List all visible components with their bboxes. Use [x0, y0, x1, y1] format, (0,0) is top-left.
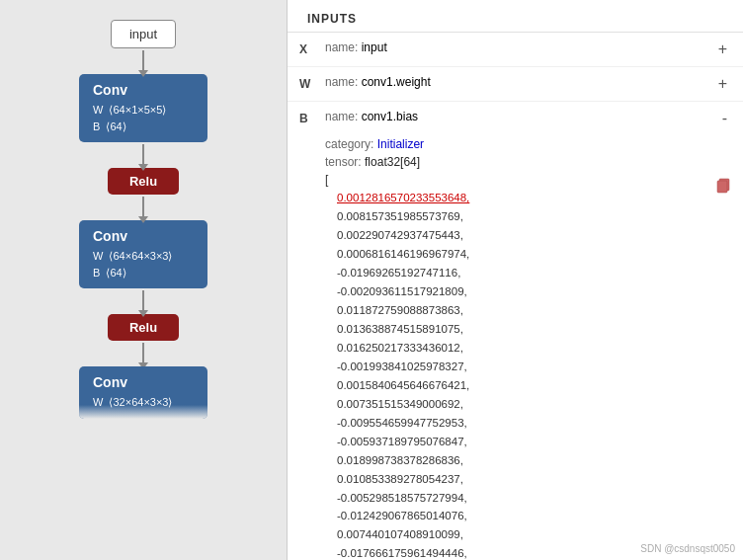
tensor-val-12: -0.009554659947752953,: [337, 417, 467, 429]
b-details: category: Initializer tensor: float32[64…: [299, 135, 731, 560]
conv3-title: Conv: [93, 374, 194, 390]
name-value-w: conv1.weight: [362, 75, 431, 89]
expand-w[interactable]: +: [714, 75, 731, 93]
tensor-key: tensor:: [325, 155, 365, 169]
tensor-val-3: 0.0006816146196967974,: [337, 248, 469, 260]
name-value-x: input: [362, 40, 387, 54]
tensor-val-18: 0.007440107408910099,: [337, 528, 463, 540]
inputs-list: X name: input + W name: conv1.weight +: [288, 33, 743, 560]
row-label-b: B: [299, 110, 317, 125]
input-row-w[interactable]: W name: conv1.weight +: [288, 67, 743, 102]
conv2-param-w: W ⟨64×64×3×3⟩: [93, 248, 194, 265]
tensor-val-17: -0.012429067865014076,: [337, 510, 467, 521]
input-row-x[interactable]: X name: input +: [288, 33, 743, 67]
node-list: input Conv W ⟨64×1×5×5⟩ B ⟨64⟩ Relu Conv…: [79, 20, 207, 419]
tensor-val-15: 0.010853389278054237,: [337, 473, 463, 485]
expand-b[interactable]: -: [718, 110, 731, 127]
tensor-values-container: 0.0012816570233553648, 0.008157351985573…: [325, 189, 731, 560]
input-node[interactable]: input: [111, 20, 176, 48]
row-label-w: W: [299, 75, 317, 91]
conv1-param-b: B ⟨64⟩: [93, 119, 194, 135]
conv2-title: Conv: [93, 228, 194, 244]
tensor-value: float32[64]: [365, 155, 420, 169]
tensor-val-16: -0.005298518575727994,: [337, 492, 467, 504]
row-title-b: name: conv1.bias: [325, 110, 710, 123]
svg-rect-1: [717, 181, 727, 193]
conv3-node[interactable]: Conv W ⟨32×64×3×3⟩: [79, 366, 207, 419]
watermark: SDN @csdnsqst0050: [640, 543, 735, 554]
input-label: input: [129, 27, 157, 41]
tensor-val-11: 0.007351515349000692,: [337, 398, 463, 410]
conv1-title: Conv: [93, 82, 194, 98]
arrow-2: [142, 144, 144, 166]
tensor-val-9: -0.001993841025978327,: [337, 360, 467, 372]
relu2-label: Relu: [129, 320, 157, 335]
network-diagram: input Conv W ⟨64×1×5×5⟩ B ⟨64⟩ Relu Conv…: [0, 0, 287, 560]
expand-x[interactable]: +: [714, 40, 731, 58]
b-tensor: tensor: float32[64]: [325, 153, 731, 171]
arrow-5: [142, 343, 144, 364]
input-row-b[interactable]: B name: conv1.bias - category: Initializ…: [288, 102, 743, 560]
tensor-val-4: -0.01969265192747116,: [337, 267, 460, 279]
arrow-4: [142, 290, 144, 312]
relu1-label: Relu: [129, 174, 157, 189]
row-title-x: name: input: [325, 40, 706, 54]
tensor-val-7: 0.013638874515891075,: [337, 323, 463, 335]
tensor-val-19: -0.017666175961494446,: [337, 547, 467, 559]
tensor-val-1: 0.008157351985573769,: [337, 210, 463, 222]
tensor-val-8: 0.016250217333436012,: [337, 342, 463, 354]
conv1-param-w: W ⟨64×1×5×5⟩: [93, 102, 194, 119]
tensor-val-2: 0.002290742937475443,: [337, 229, 463, 241]
tensor-val-10: 0.0015840645646676421,: [337, 379, 469, 391]
b-category: category: Initializer: [325, 135, 731, 153]
name-key-x: name:: [325, 40, 362, 54]
row-content-b: name: conv1.bias: [325, 110, 710, 123]
conv1-node[interactable]: Conv W ⟨64×1×5×5⟩ B ⟨64⟩: [79, 74, 207, 142]
tensor-val-6: 0.011872759088873863,: [337, 304, 463, 316]
copy-icon-area[interactable]: [715, 178, 731, 197]
name-value-b: conv1.bias: [362, 110, 418, 123]
arrow-3: [142, 197, 144, 218]
conv2-param-b: B ⟨64⟩: [93, 265, 194, 281]
header-title: INPUTS: [307, 12, 723, 26]
row-content-x: name: input: [325, 40, 706, 54]
bracket-open: [: [325, 171, 731, 189]
copy-icon[interactable]: [715, 178, 731, 194]
row-label-x: X: [299, 40, 317, 56]
tensor-val-13: -0.005937189795076847,: [337, 436, 467, 447]
tensor-val-0: 0.0012816570233553648,: [337, 192, 469, 203]
category-value: Initializer: [377, 137, 424, 151]
panel-header: INPUTS: [288, 0, 743, 33]
relu2-node[interactable]: Relu: [108, 314, 179, 341]
conv2-node[interactable]: Conv W ⟨64×64×3×3⟩ B ⟨64⟩: [79, 220, 207, 288]
category-key: category:: [325, 137, 377, 151]
row-title-w: name: conv1.weight: [325, 75, 706, 89]
tensor-val-5: -0.002093611517921809,: [337, 285, 467, 297]
relu1-node[interactable]: Relu: [108, 168, 179, 195]
arrow-1: [142, 50, 144, 72]
name-key-w: name:: [325, 75, 362, 89]
right-panel: INPUTS X name: input + W name: conv1.wei…: [288, 0, 743, 560]
row-content-w: name: conv1.weight: [325, 75, 706, 89]
tensor-val-14: 0.018998738378286836,: [337, 454, 463, 466]
name-key-b: name:: [325, 110, 362, 123]
